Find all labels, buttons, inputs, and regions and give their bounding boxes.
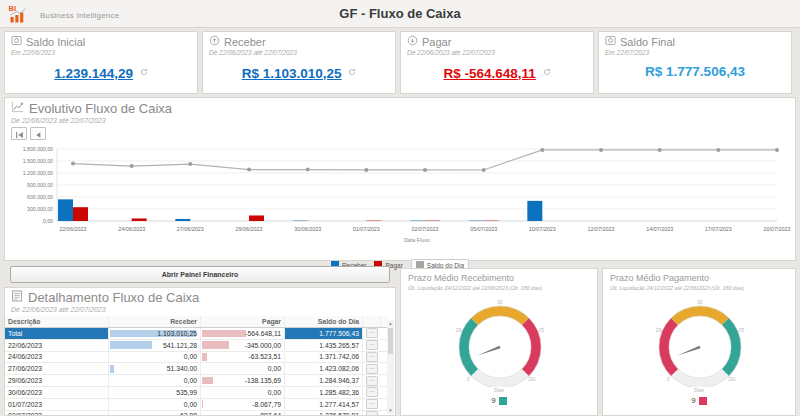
gauge-svg: 0255075100	[408, 295, 592, 387]
row-options-button[interactable]: ...	[366, 328, 378, 338]
pagar-bar[interactable]	[132, 218, 147, 221]
cell-descricao: Total	[5, 328, 109, 339]
gauge-title: Prazo Médio Pagamento	[610, 273, 788, 283]
table-title: Detalhamento Fluxo de Caixa	[28, 290, 199, 305]
x-axis-tick: 29/06/2023	[236, 226, 263, 232]
table-row[interactable]: 24/06/2023 0,00 -63.523,51 1.371.742,06 …	[5, 352, 388, 364]
pagar-bar[interactable]	[73, 207, 88, 221]
kpi-value-pagar[interactable]: R$ -564.648,11	[443, 66, 535, 81]
gauge-tick-label: 100	[728, 377, 736, 382]
saldo-point[interactable]	[658, 148, 662, 152]
cell-actions: ...	[363, 399, 381, 410]
gauge-tick-label: 100	[528, 377, 536, 382]
table-row[interactable]: 02/07/2023 62,98 -897,64 1.276.579,91 ..…	[5, 411, 388, 416]
cell-pagar: -63.523,51	[201, 352, 285, 363]
gauge-svg: 0255075100	[610, 295, 790, 387]
gauge-panel-pagamento: Prazo Médio Pagamento Últ. Liquidação 24…	[602, 268, 796, 416]
gauge-tick-label: 0	[667, 377, 670, 382]
row-options-button[interactable]: ...	[366, 387, 378, 397]
saldo-point[interactable]	[71, 162, 75, 166]
saldo-point[interactable]	[716, 148, 720, 152]
kpi-value-receber[interactable]: R$ 1.103.010,25	[242, 66, 342, 81]
table-row[interactable]: 22/06/2023 541.121,28 -345.000,00 1.435.…	[5, 340, 388, 352]
cell-descricao: 22/06/2023	[5, 340, 109, 351]
table-scrollbar[interactable]: ▲ ▼	[387, 320, 394, 414]
gauge-legend: 9	[408, 396, 590, 405]
saldo-point[interactable]	[306, 168, 310, 172]
saldo-point[interactable]	[482, 168, 486, 172]
row-options-button[interactable]: ...	[366, 364, 378, 374]
cell-pagar: -8.067,79	[201, 399, 285, 410]
detail-table: Descrição Receber Pagar Saldo do Dia Tot…	[5, 316, 388, 416]
table-row[interactable]: Total 1.103.010,25 -564.648,11 1.777.506…	[5, 328, 388, 340]
x-axis-tick: 10/07/2023	[529, 226, 556, 232]
kpi-card-receber: Receber De 22/06/2023 até 22/07/2023 R$ …	[202, 31, 396, 94]
saldo-point[interactable]	[775, 148, 779, 152]
saldo-point[interactable]	[599, 148, 603, 152]
scrollbar-down-icon[interactable]: ▼	[387, 407, 394, 414]
cell-actions: ...	[363, 411, 381, 416]
recebimento-gauge: 0255075100	[408, 295, 590, 391]
cell-descricao: 01/07/2023	[5, 399, 109, 410]
kpi-card-saldo-inicial: Saldo Inicial Em 22/06/2023 1.239.144,29	[4, 31, 198, 94]
cell-receber: 62,98	[109, 411, 201, 416]
cell-receber: 0,00	[109, 399, 201, 410]
col-header-saldo[interactable]: Saldo do Dia	[285, 316, 363, 327]
receber-bar[interactable]	[527, 201, 542, 221]
history-icon[interactable]	[348, 64, 356, 79]
saldo-point[interactable]	[364, 168, 368, 172]
saldo-point[interactable]	[247, 168, 251, 172]
previous-page-icon	[34, 125, 42, 143]
table-row[interactable]: 30/06/2023 535,99 0,00 1.285.482,36 ...	[5, 387, 388, 399]
gauge-legend: 9	[610, 396, 788, 405]
previous-page-button[interactable]	[30, 127, 46, 140]
cell-actions: ...	[363, 328, 381, 339]
col-header-pagar[interactable]: Pagar	[201, 316, 285, 327]
x-axis-tick: 20/07/2023	[764, 226, 791, 232]
col-header-receber[interactable]: Receber	[109, 316, 201, 327]
pagar-bar[interactable]	[249, 215, 264, 221]
saldo-point[interactable]	[540, 148, 544, 152]
gauge-tick-label: 50	[697, 300, 703, 305]
x-axis-tick: 12/07/2023	[588, 226, 615, 232]
history-icon[interactable]	[140, 64, 148, 79]
cash-flow-evolution-panel: Evolutivo Fluxo de Caixa De 22/06/2023 a…	[4, 97, 796, 261]
scrollbar-up-icon[interactable]: ▲	[387, 320, 394, 327]
kpi-value-saldo-inicial[interactable]: 1.239.144,29	[54, 66, 133, 81]
cash-flow-chart: 0,00300.000,00600.000,00900.000,001.200.…	[11, 141, 789, 261]
history-icon[interactable]	[543, 64, 551, 79]
cash-flow-chart-svg: 0,00300.000,00600.000,00900.000,001.200.…	[11, 141, 791, 257]
table-row[interactable]: 29/06/2023 0,00 -138.135,69 1.284.946,37…	[5, 375, 388, 387]
cell-receber: 51.340,00	[109, 363, 201, 374]
gauge-subtitle: Últ. Liquidação 24/12/2022 até 22/06/202…	[408, 285, 590, 291]
cell-descricao: 27/06/2023	[5, 363, 109, 374]
open-financial-panel-button[interactable]: Abrir Painel Financeiro	[10, 266, 390, 283]
table-row[interactable]: 01/07/2023 0,00 -8.067,79 1.277.414,57 .…	[5, 399, 388, 411]
row-options-button[interactable]: ...	[366, 352, 378, 362]
gauge-tick-label: 75	[739, 328, 745, 333]
kpi-value-row: 1.239.144,29	[11, 64, 191, 81]
gauge-tick-label: 25	[656, 328, 662, 333]
first-page-button[interactable]	[11, 127, 27, 140]
saldo-point[interactable]	[423, 168, 427, 172]
saldo-point[interactable]	[188, 162, 192, 166]
kpi-value-saldo-final: R$ 1.777.506,43	[645, 64, 745, 79]
cell-actions: ...	[363, 363, 381, 374]
row-options-button[interactable]: ...	[366, 399, 378, 409]
table-row[interactable]: 27/06/2023 51.340,00 0,00 1.423.082,06 .…	[5, 363, 388, 375]
cell-pagar: -564.648,11	[201, 328, 285, 339]
scrollbar-thumb[interactable]	[388, 328, 393, 354]
receber-bar[interactable]	[175, 219, 190, 221]
safe-icon	[11, 35, 22, 48]
saldo-point[interactable]	[130, 164, 134, 168]
col-header-descricao[interactable]: Descrição	[5, 316, 109, 327]
cell-actions: ...	[363, 352, 381, 363]
row-options-button[interactable]: ...	[366, 340, 378, 350]
table-header-row: Descrição Receber Pagar Saldo do Dia	[5, 316, 388, 328]
cell-receber: 0,00	[109, 352, 201, 363]
row-options-button[interactable]: ...	[366, 411, 378, 416]
receber-bar[interactable]	[58, 199, 73, 221]
line-chart-icon	[11, 101, 24, 116]
y-axis-tick: 300.000,00	[27, 206, 53, 212]
row-options-button[interactable]: ...	[366, 376, 378, 386]
